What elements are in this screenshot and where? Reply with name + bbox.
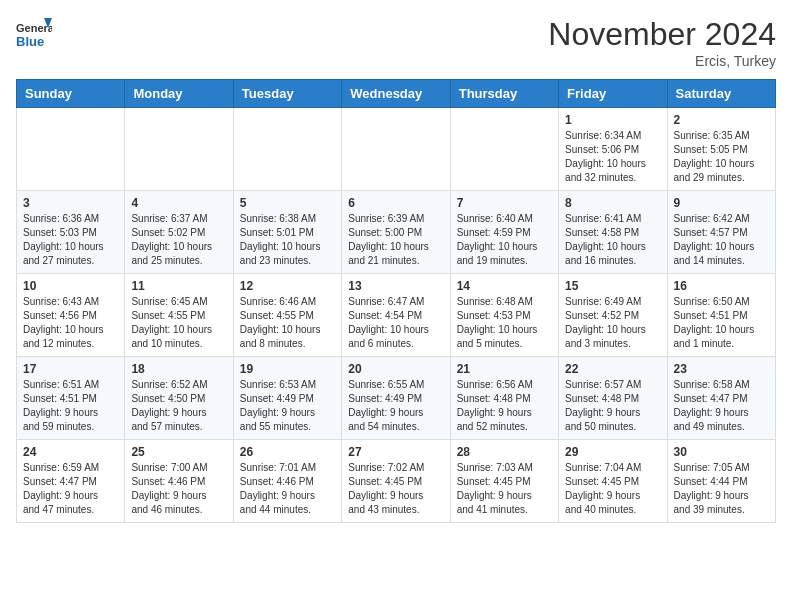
day-info: Sunrise: 6:36 AMSunset: 5:03 PMDaylight:… — [23, 212, 118, 268]
weekday-header: Tuesday — [233, 80, 341, 108]
day-info: Sunrise: 7:00 AMSunset: 4:46 PMDaylight:… — [131, 461, 226, 517]
day-number: 7 — [457, 196, 552, 210]
calendar-table: SundayMondayTuesdayWednesdayThursdayFrid… — [16, 79, 776, 523]
svg-text:Blue: Blue — [16, 34, 44, 49]
logo: General Blue — [16, 16, 52, 52]
day-info: Sunrise: 7:03 AMSunset: 4:45 PMDaylight:… — [457, 461, 552, 517]
day-number: 24 — [23, 445, 118, 459]
calendar-cell — [342, 108, 450, 191]
day-number: 26 — [240, 445, 335, 459]
weekday-header: Wednesday — [342, 80, 450, 108]
calendar-cell — [125, 108, 233, 191]
weekday-header: Friday — [559, 80, 667, 108]
day-number: 1 — [565, 113, 660, 127]
day-info: Sunrise: 6:53 AMSunset: 4:49 PMDaylight:… — [240, 378, 335, 434]
day-number: 27 — [348, 445, 443, 459]
calendar-cell: 15Sunrise: 6:49 AMSunset: 4:52 PMDayligh… — [559, 274, 667, 357]
day-number: 30 — [674, 445, 769, 459]
calendar-cell: 24Sunrise: 6:59 AMSunset: 4:47 PMDayligh… — [17, 440, 125, 523]
day-number: 15 — [565, 279, 660, 293]
calendar-cell — [17, 108, 125, 191]
day-number: 28 — [457, 445, 552, 459]
day-number: 10 — [23, 279, 118, 293]
calendar-cell: 26Sunrise: 7:01 AMSunset: 4:46 PMDayligh… — [233, 440, 341, 523]
calendar-cell: 23Sunrise: 6:58 AMSunset: 4:47 PMDayligh… — [667, 357, 775, 440]
day-info: Sunrise: 6:47 AMSunset: 4:54 PMDaylight:… — [348, 295, 443, 351]
day-number: 6 — [348, 196, 443, 210]
day-number: 11 — [131, 279, 226, 293]
day-info: Sunrise: 7:01 AMSunset: 4:46 PMDaylight:… — [240, 461, 335, 517]
calendar-week-row: 3Sunrise: 6:36 AMSunset: 5:03 PMDaylight… — [17, 191, 776, 274]
calendar-cell: 13Sunrise: 6:47 AMSunset: 4:54 PMDayligh… — [342, 274, 450, 357]
calendar-cell: 19Sunrise: 6:53 AMSunset: 4:49 PMDayligh… — [233, 357, 341, 440]
day-number: 20 — [348, 362, 443, 376]
day-number: 22 — [565, 362, 660, 376]
calendar-cell: 11Sunrise: 6:45 AMSunset: 4:55 PMDayligh… — [125, 274, 233, 357]
page-header: General Blue November 2024 Ercis, Turkey — [16, 16, 776, 69]
calendar-cell — [450, 108, 558, 191]
day-info: Sunrise: 6:40 AMSunset: 4:59 PMDaylight:… — [457, 212, 552, 268]
calendar-cell: 29Sunrise: 7:04 AMSunset: 4:45 PMDayligh… — [559, 440, 667, 523]
calendar-cell: 17Sunrise: 6:51 AMSunset: 4:51 PMDayligh… — [17, 357, 125, 440]
day-info: Sunrise: 7:02 AMSunset: 4:45 PMDaylight:… — [348, 461, 443, 517]
day-info: Sunrise: 6:38 AMSunset: 5:01 PMDaylight:… — [240, 212, 335, 268]
day-info: Sunrise: 6:55 AMSunset: 4:49 PMDaylight:… — [348, 378, 443, 434]
calendar-cell: 2Sunrise: 6:35 AMSunset: 5:05 PMDaylight… — [667, 108, 775, 191]
weekday-header: Sunday — [17, 80, 125, 108]
day-info: Sunrise: 6:41 AMSunset: 4:58 PMDaylight:… — [565, 212, 660, 268]
day-info: Sunrise: 6:39 AMSunset: 5:00 PMDaylight:… — [348, 212, 443, 268]
calendar-cell: 28Sunrise: 7:03 AMSunset: 4:45 PMDayligh… — [450, 440, 558, 523]
day-number: 9 — [674, 196, 769, 210]
calendar-cell — [233, 108, 341, 191]
day-info: Sunrise: 6:56 AMSunset: 4:48 PMDaylight:… — [457, 378, 552, 434]
calendar-cell: 1Sunrise: 6:34 AMSunset: 5:06 PMDaylight… — [559, 108, 667, 191]
calendar-cell: 16Sunrise: 6:50 AMSunset: 4:51 PMDayligh… — [667, 274, 775, 357]
calendar-cell: 25Sunrise: 7:00 AMSunset: 4:46 PMDayligh… — [125, 440, 233, 523]
title-area: November 2024 Ercis, Turkey — [548, 16, 776, 69]
calendar-week-row: 17Sunrise: 6:51 AMSunset: 4:51 PMDayligh… — [17, 357, 776, 440]
calendar-cell: 3Sunrise: 6:36 AMSunset: 5:03 PMDaylight… — [17, 191, 125, 274]
day-info: Sunrise: 6:52 AMSunset: 4:50 PMDaylight:… — [131, 378, 226, 434]
day-number: 5 — [240, 196, 335, 210]
weekday-header: Saturday — [667, 80, 775, 108]
calendar-week-row: 24Sunrise: 6:59 AMSunset: 4:47 PMDayligh… — [17, 440, 776, 523]
calendar-cell: 22Sunrise: 6:57 AMSunset: 4:48 PMDayligh… — [559, 357, 667, 440]
calendar-cell: 30Sunrise: 7:05 AMSunset: 4:44 PMDayligh… — [667, 440, 775, 523]
calendar-week-row: 1Sunrise: 6:34 AMSunset: 5:06 PMDaylight… — [17, 108, 776, 191]
location: Ercis, Turkey — [548, 53, 776, 69]
day-info: Sunrise: 6:37 AMSunset: 5:02 PMDaylight:… — [131, 212, 226, 268]
calendar-header-row: SundayMondayTuesdayWednesdayThursdayFrid… — [17, 80, 776, 108]
day-info: Sunrise: 6:50 AMSunset: 4:51 PMDaylight:… — [674, 295, 769, 351]
day-number: 14 — [457, 279, 552, 293]
weekday-header: Thursday — [450, 80, 558, 108]
day-info: Sunrise: 6:43 AMSunset: 4:56 PMDaylight:… — [23, 295, 118, 351]
day-number: 19 — [240, 362, 335, 376]
day-number: 17 — [23, 362, 118, 376]
calendar-cell: 5Sunrise: 6:38 AMSunset: 5:01 PMDaylight… — [233, 191, 341, 274]
day-info: Sunrise: 6:35 AMSunset: 5:05 PMDaylight:… — [674, 129, 769, 185]
day-number: 29 — [565, 445, 660, 459]
day-info: Sunrise: 7:05 AMSunset: 4:44 PMDaylight:… — [674, 461, 769, 517]
day-number: 13 — [348, 279, 443, 293]
day-info: Sunrise: 6:57 AMSunset: 4:48 PMDaylight:… — [565, 378, 660, 434]
logo-svg: General Blue — [16, 16, 52, 52]
calendar-cell: 20Sunrise: 6:55 AMSunset: 4:49 PMDayligh… — [342, 357, 450, 440]
day-number: 8 — [565, 196, 660, 210]
weekday-header: Monday — [125, 80, 233, 108]
calendar-cell: 21Sunrise: 6:56 AMSunset: 4:48 PMDayligh… — [450, 357, 558, 440]
calendar-cell: 18Sunrise: 6:52 AMSunset: 4:50 PMDayligh… — [125, 357, 233, 440]
month-title: November 2024 — [548, 16, 776, 53]
calendar-cell: 8Sunrise: 6:41 AMSunset: 4:58 PMDaylight… — [559, 191, 667, 274]
day-info: Sunrise: 6:42 AMSunset: 4:57 PMDaylight:… — [674, 212, 769, 268]
day-number: 21 — [457, 362, 552, 376]
day-info: Sunrise: 7:04 AMSunset: 4:45 PMDaylight:… — [565, 461, 660, 517]
day-info: Sunrise: 6:49 AMSunset: 4:52 PMDaylight:… — [565, 295, 660, 351]
day-info: Sunrise: 6:59 AMSunset: 4:47 PMDaylight:… — [23, 461, 118, 517]
calendar-cell: 4Sunrise: 6:37 AMSunset: 5:02 PMDaylight… — [125, 191, 233, 274]
day-number: 2 — [674, 113, 769, 127]
calendar-cell: 7Sunrise: 6:40 AMSunset: 4:59 PMDaylight… — [450, 191, 558, 274]
day-info: Sunrise: 6:45 AMSunset: 4:55 PMDaylight:… — [131, 295, 226, 351]
day-number: 16 — [674, 279, 769, 293]
day-number: 4 — [131, 196, 226, 210]
day-info: Sunrise: 6:46 AMSunset: 4:55 PMDaylight:… — [240, 295, 335, 351]
